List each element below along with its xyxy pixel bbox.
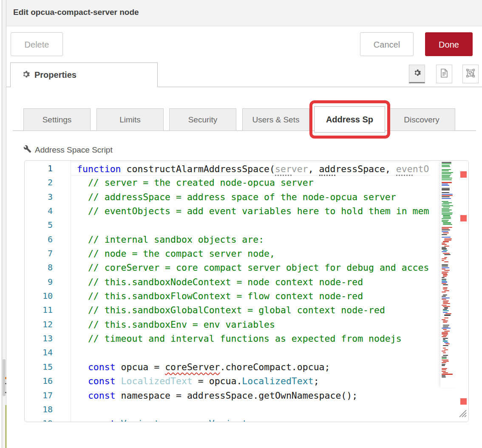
code-text: const namespace = addressSpace.getOwnNam… xyxy=(71,388,357,403)
overview-ruler[interactable] xyxy=(458,161,468,422)
appearance-frame-icon xyxy=(466,68,475,79)
error-marker[interactable] xyxy=(460,171,467,178)
gutter-separator xyxy=(71,161,71,422)
code-line[interactable]: 9 // this.sandboxNodeContext = node cont… xyxy=(25,275,468,289)
dialog-title: Edit opcua-compact-server node xyxy=(6,0,482,17)
code-text: const opcua = coreServer.choreCompact.op… xyxy=(71,360,330,374)
code-line[interactable]: 14 xyxy=(25,346,468,360)
code-text: // server = the created node-opcua serve… xyxy=(71,176,314,190)
code-text: // this.sandboxGlobalContext = global co… xyxy=(71,303,385,317)
line-number: 11 xyxy=(25,303,71,317)
gear-icon xyxy=(22,70,30,80)
error-marker[interactable] xyxy=(460,215,467,221)
line-number: 3 xyxy=(25,190,71,204)
cancel-button[interactable]: Cancel xyxy=(360,32,414,56)
code-line[interactable]: 12 // this.sandboxEnv = env variables xyxy=(25,318,468,332)
code-line[interactable]: 4 // eventObjects = add event variables … xyxy=(25,204,468,218)
code-text: // coreServer = core compact server obje… xyxy=(71,261,429,275)
line-number: 17 xyxy=(25,388,71,403)
tab-address-sp[interactable]: Address Sp xyxy=(314,106,385,133)
code-editor[interactable]: 1function constructAlarmAddressSpace(ser… xyxy=(24,160,469,422)
node-appearance-button[interactable] xyxy=(462,65,479,83)
code-line[interactable]: 1function constructAlarmAddressSpace(ser… xyxy=(25,162,468,176)
code-text: // node = the compact server node, xyxy=(71,247,275,261)
dialog-left-border xyxy=(6,0,6,448)
section-title: Address Space Script xyxy=(35,145,113,155)
scroll-annotation-mark xyxy=(5,392,6,393)
scroll-annotation-band xyxy=(6,405,6,448)
code-text xyxy=(71,218,77,232)
code-text: // timeout and interval functions as exp… xyxy=(71,332,402,346)
delete-button[interactable]: Delete xyxy=(11,32,63,56)
code-line[interactable]: 10 // this.sandboxFlowContext = flow con… xyxy=(25,289,468,303)
line-number: 10 xyxy=(25,289,71,303)
code-line[interactable]: 15 const opcua = coreServer.choreCompact… xyxy=(25,360,468,374)
node-properties-button[interactable] xyxy=(409,65,425,83)
code-text xyxy=(71,346,77,360)
code-line[interactable]: 11 // this.sandboxGlobalContext = global… xyxy=(25,303,468,317)
code-line[interactable]: 7 // node = the compact server node, xyxy=(25,247,468,261)
node-description-button[interactable] xyxy=(436,65,452,83)
line-number: 12 xyxy=(25,318,71,332)
document-icon xyxy=(440,68,448,79)
code-lines[interactable]: 1function constructAlarmAddressSpace(ser… xyxy=(25,162,468,422)
code-text xyxy=(71,403,77,417)
minimap[interactable] xyxy=(440,161,458,388)
section-header: Address Space Script xyxy=(23,145,113,155)
code-text: // this.sandboxNodeContext = node contex… xyxy=(71,275,363,289)
line-number: 15 xyxy=(25,360,71,374)
tab-users-sets[interactable]: Users & Sets xyxy=(242,108,309,131)
done-button[interactable]: Done xyxy=(425,32,473,56)
tab-limits[interactable]: Limits xyxy=(96,108,164,131)
line-number: 16 xyxy=(25,374,71,388)
line-number: 6 xyxy=(25,233,71,247)
error-marker[interactable] xyxy=(460,398,467,405)
code-text: // eventObjects = add event variables he… xyxy=(71,204,429,218)
code-text: const Variant = opcua.Variant; xyxy=(71,417,253,422)
code-line[interactable]: 3 // addressSpace = address space of the… xyxy=(25,190,468,204)
tab-properties[interactable]: Properties xyxy=(10,62,158,87)
page-left-divider xyxy=(2,0,2,448)
scroll-annotation-warning xyxy=(5,377,6,379)
code-text: // this.sandboxEnv = env variables xyxy=(71,318,275,332)
tab-security[interactable]: Security xyxy=(169,108,236,131)
code-text: const LocalizedText = opcua.LocalizedTex… xyxy=(71,374,319,388)
code-line[interactable]: 6 // internal sandbox objects are: xyxy=(25,233,468,247)
line-number: 13 xyxy=(25,332,71,346)
code-text: // addressSpace = address space of the n… xyxy=(71,190,396,204)
line-number: 8 xyxy=(25,261,71,275)
line-number: 1 xyxy=(25,162,71,176)
properties-tab-label: Properties xyxy=(34,70,77,80)
code-line[interactable]: 8 // coreServer = core compact server ob… xyxy=(25,261,468,275)
code-line[interactable]: 18 xyxy=(25,403,468,417)
tab-discovery[interactable]: Discovery xyxy=(388,108,455,131)
dialog-header: Edit opcua-compact-server node xyxy=(6,0,482,26)
gear-icon xyxy=(413,69,421,79)
wrench-icon xyxy=(23,145,31,155)
code-line[interactable]: 2 // server = the created node-opcua ser… xyxy=(25,176,468,190)
line-number: 4 xyxy=(25,204,71,218)
code-line[interactable]: 5 xyxy=(25,218,468,232)
code-line[interactable]: 16 const LocalizedText = opcua.Localized… xyxy=(25,374,468,388)
line-number: 7 xyxy=(25,247,71,261)
code-text: // this.sandboxFlowContext = flow contex… xyxy=(71,289,363,303)
line-number: 18 xyxy=(25,403,71,417)
line-number: 5 xyxy=(25,218,71,232)
code-line[interactable]: 19 const Variant = opcua.Variant; xyxy=(25,417,468,422)
line-number: 2 xyxy=(25,176,71,190)
code-text: function constructAlarmAddressSpace(serv… xyxy=(71,162,429,176)
tab-settings[interactable]: Settings xyxy=(23,108,91,131)
edit-node-dialog: Edit opcua-compact-server node Delete Ca… xyxy=(0,0,482,448)
code-line[interactable]: 17 const namespace = addressSpace.getOwn… xyxy=(25,388,468,403)
line-number: 14 xyxy=(25,346,71,360)
code-text: // internal sandbox objects are: xyxy=(71,233,264,247)
resize-gripper[interactable] xyxy=(458,408,467,418)
scroll-annotation-mark xyxy=(5,383,6,384)
line-number: 9 xyxy=(25,275,71,289)
code-line[interactable]: 13 // timeout and interval functions as … xyxy=(25,332,468,346)
line-number: 19 xyxy=(25,417,71,422)
